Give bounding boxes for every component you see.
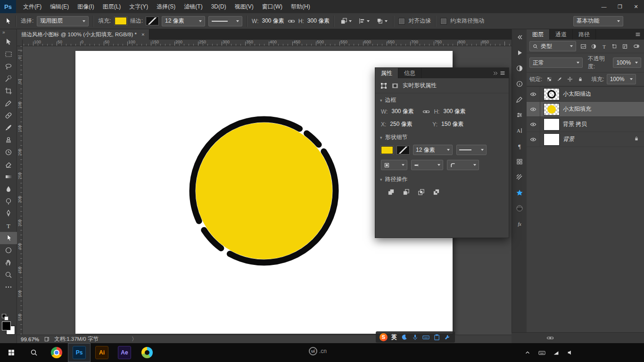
volume-icon[interactable]: [567, 349, 573, 356]
shape-width-field[interactable]: 300 像素: [391, 107, 419, 115]
filter-adjustment-layers[interactable]: [589, 42, 598, 50]
glyphs-panel[interactable]: [513, 156, 526, 168]
blur-tool[interactable]: [0, 183, 17, 195]
lock-all[interactable]: [576, 75, 585, 83]
filter-type-layers[interactable]: T: [599, 42, 609, 50]
sliders-panel[interactable]: [513, 109, 526, 121]
start-button[interactable]: [0, 343, 23, 362]
touch-keyboard-icon[interactable]: [538, 349, 545, 356]
blend-mode-dropdown[interactable]: 正常: [529, 58, 583, 68]
hand-tool[interactable]: [0, 256, 17, 269]
stroke-corner-dropdown[interactable]: [447, 160, 479, 170]
taskbar-search-button[interactable]: [23, 343, 45, 362]
layer-name[interactable]: 小太阳描边: [563, 90, 591, 98]
stroke-width-dropdown[interactable]: 12 像素: [413, 145, 453, 155]
ellipse-tool[interactable]: [0, 244, 17, 256]
tab-paths[interactable]: 路径: [573, 29, 596, 40]
menu-item-2[interactable]: 编辑(E): [46, 0, 73, 13]
gradient-tool[interactable]: [0, 171, 17, 183]
show-hidden-icons-chevron[interactable]: [524, 349, 531, 356]
menu-item-6[interactable]: 选择(S): [152, 0, 180, 13]
libraries-panel[interactable]: [513, 187, 526, 199]
exclude-overlapping-shapes-button[interactable]: [430, 187, 442, 197]
vertical-ruler[interactable]: 050100150200250300350400450500550: [17, 46, 23, 335]
combine-shapes-button[interactable]: [385, 187, 397, 197]
ime-language-toggle[interactable]: 英: [391, 333, 397, 341]
taskbar-aftereffects-icon[interactable]: Ae: [113, 343, 136, 362]
clipboard-icon[interactable]: [433, 334, 440, 341]
stroke-color-swatch[interactable]: [397, 146, 409, 154]
dodge-tool[interactable]: [0, 195, 17, 207]
link-dimensions-icon[interactable]: [422, 108, 430, 115]
info-panel[interactable]: [513, 78, 526, 90]
sun-fill-circle[interactable]: [196, 123, 332, 259]
shape-y-field[interactable]: 150 像素: [441, 120, 469, 128]
path-alignment-dropdown[interactable]: [357, 16, 371, 25]
stroke-color-swatch[interactable]: [146, 17, 158, 25]
paragraph-panel[interactable]: ¶: [513, 140, 526, 152]
layer-name[interactable]: 背景 拷贝: [563, 120, 587, 128]
lock-position[interactable]: [565, 75, 575, 83]
filter-kind-dropdown[interactable]: 类型: [529, 41, 576, 51]
tab-layers[interactable]: 图层: [527, 29, 550, 40]
layer-filter-switch[interactable]: [632, 42, 641, 50]
pen-tool[interactable]: [0, 207, 17, 220]
crop-tool[interactable]: [0, 85, 17, 97]
quick-select-tool[interactable]: [0, 73, 17, 85]
shape-height-field[interactable]: 300 像素: [307, 17, 330, 25]
minimize-button[interactable]: —: [596, 0, 612, 13]
subtract-front-shape-button[interactable]: [400, 187, 412, 197]
fill-color-swatch[interactable]: [381, 146, 393, 154]
mask-icon[interactable]: [391, 82, 399, 90]
menu-item-5[interactable]: 文字(Y): [125, 0, 152, 13]
path-arrangement-dropdown[interactable]: [375, 16, 389, 25]
layer-row[interactable]: 小太阳描边: [527, 87, 644, 102]
eyedropper-tool[interactable]: [0, 97, 17, 109]
shape-height-field[interactable]: 300 像素: [443, 107, 471, 115]
menu-item-1[interactable]: 文件(F): [19, 0, 46, 13]
layer-thumbnail[interactable]: [544, 133, 560, 146]
shape-details-section-header[interactable]: ▾ 形状细节: [375, 131, 509, 142]
path-operations-section-header[interactable]: ▾ 路径操作: [375, 173, 509, 184]
layer-thumbnail[interactable]: [544, 103, 560, 115]
eraser-tool[interactable]: [0, 158, 17, 171]
filter-pixel-layers[interactable]: [578, 42, 588, 50]
stroke-type-dropdown[interactable]: [208, 16, 242, 26]
tab-channels[interactable]: 通道: [550, 29, 573, 40]
filter-smart-objects[interactable]: [620, 42, 629, 50]
workspace-dropdown[interactable]: 基本功能: [573, 16, 623, 26]
layer-thumbnail[interactable]: [544, 118, 560, 131]
adjustments-panel[interactable]: [513, 62, 526, 74]
zoom-level-field[interactable]: 99.67%: [21, 337, 39, 342]
layer-visibility-toggle[interactable]: [527, 87, 540, 101]
mic-icon[interactable]: [412, 334, 419, 341]
history-brush-tool[interactable]: [0, 146, 17, 158]
constrain-path-checkbox[interactable]: [440, 18, 447, 25]
path-operations-dropdown[interactable]: [339, 16, 353, 25]
zoom-tool[interactable]: [0, 269, 17, 281]
close-button[interactable]: ✕: [628, 0, 644, 13]
menu-item-8[interactable]: 3D(D): [207, 0, 231, 13]
link-dimensions-icon[interactable]: [288, 17, 295, 25]
healing-brush-tool[interactable]: [0, 109, 17, 122]
taskbar-illustrator-icon[interactable]: Ai: [91, 343, 113, 362]
toolbox-icon[interactable]: [444, 334, 451, 341]
foreground-color-swatch[interactable]: [2, 321, 11, 330]
type-tool[interactable]: T: [0, 220, 17, 232]
shape-x-field[interactable]: 250 像素: [390, 120, 417, 128]
default-colors-icon[interactable]: [2, 314, 8, 320]
layer-row[interactable]: 背景 拷贝: [527, 117, 644, 132]
menu-item-11[interactable]: 帮助(H): [287, 0, 314, 13]
sogou-logo[interactable]: S: [380, 333, 388, 341]
character-panel[interactable]: A: [513, 124, 526, 137]
select-mode-dropdown[interactable]: 现用图层: [37, 16, 89, 26]
brush-tool[interactable]: [0, 122, 17, 134]
link-layers-icon[interactable]: [546, 334, 554, 342]
layer-name[interactable]: 背景: [563, 135, 574, 143]
align-edges-checkbox[interactable]: [398, 18, 405, 25]
color-themes-panel[interactable]: [513, 202, 526, 214]
styles-panel[interactable]: fx: [513, 218, 526, 230]
filter-shape-layers[interactable]: [610, 42, 619, 50]
network-icon[interactable]: [553, 350, 559, 356]
ruler-origin-corner[interactable]: [17, 40, 23, 46]
